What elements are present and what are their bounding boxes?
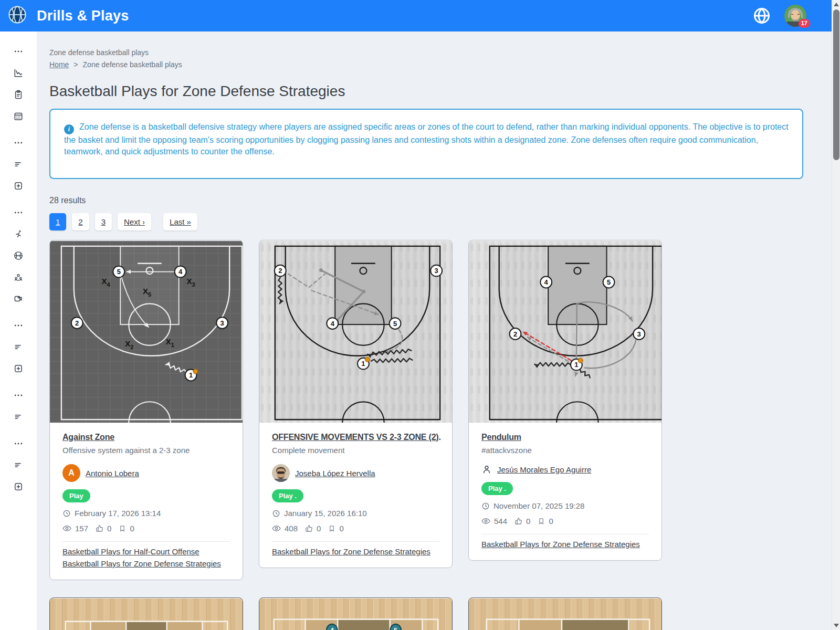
- play-card: X4X3X5X2X154231Against ZoneOffensive sys…: [49, 240, 243, 580]
- svg-text:3: 3: [220, 319, 224, 327]
- badge-row: Play: [62, 489, 230, 502]
- play-diagram-thumbnail[interactable]: 45: [259, 598, 452, 630]
- likes-count: 0: [107, 524, 111, 533]
- svg-text:2: 2: [75, 319, 79, 327]
- info-icon: i: [64, 124, 74, 134]
- card-title-row: OFFENSIVE MOVEMENTS VS 2-3 ZONE (2).: [272, 433, 439, 442]
- sidebar-item-ellipsis-13[interactable]: [0, 320, 37, 331]
- play-diagram-thumbnail[interactable]: X4X3X5X2X154231: [50, 240, 243, 423]
- card-title-row: Pendulum: [481, 433, 649, 442]
- views-count: 157: [75, 524, 88, 533]
- author-link[interactable]: Joseba López Hervella: [295, 469, 375, 478]
- badge-row: Play .: [272, 489, 439, 502]
- sidebar-item-chart-2[interactable]: [0, 68, 37, 78]
- svg-text:5: 5: [393, 320, 397, 328]
- basketball-logo-icon[interactable]: [7, 5, 27, 27]
- author-link[interactable]: Antonio Lobera: [86, 469, 139, 478]
- court-diagram: 45: [259, 598, 452, 630]
- play-subtitle: Complete movement: [272, 446, 439, 455]
- card-divider: [62, 541, 230, 542]
- scrollbar-up-arrow[interactable]: [834, 3, 839, 6]
- filter-icon: [13, 412, 24, 422]
- play-type-badge: Play: [62, 489, 90, 502]
- sidebar-item-filter-6[interactable]: [0, 159, 37, 170]
- play-date: February 17, 2026 13:14: [75, 509, 161, 518]
- pagination-page-1[interactable]: 1: [49, 213, 66, 230]
- sidebar-item-runner-9[interactable]: [0, 229, 37, 239]
- sidebar-item-ellipsis-16[interactable]: [0, 390, 37, 401]
- language-globe-icon[interactable]: [753, 7, 771, 25]
- svg-text:1: 1: [189, 371, 193, 379]
- sidebar-item-video-12[interactable]: [0, 293, 37, 304]
- bookmark-icon: [328, 525, 335, 532]
- scrollbar-thumb[interactable]: [833, 9, 839, 160]
- category-link[interactable]: Basketball Plays for Zone Defense Strate…: [62, 559, 230, 568]
- breadcrumb-current: Zone defense basketball plays: [83, 60, 182, 69]
- author-link[interactable]: Jesús Morales Ego Aguirre: [497, 465, 591, 474]
- sidebar: [0, 32, 37, 630]
- svg-text:4: 4: [331, 320, 335, 328]
- sidebar-item-ellipsis-8[interactable]: [0, 207, 37, 218]
- sidebar-item-calendar-4[interactable]: [0, 111, 37, 121]
- category-link[interactable]: Basketball Plays for Zone Defense Strate…: [481, 540, 649, 549]
- author-row: Jesús Morales Ego Aguirre: [481, 464, 649, 475]
- app-title: Drills & Plays: [37, 8, 129, 24]
- card-title-row: Against Zone: [62, 433, 230, 442]
- play-title-link[interactable]: Pendulum: [481, 433, 521, 442]
- play-diagram-thumbnail[interactable]: 23451: [259, 240, 452, 423]
- svg-text:1: 1: [574, 361, 578, 369]
- clock-icon: [272, 509, 280, 518]
- thumbs-up-icon: [96, 524, 103, 532]
- play-diagram-thumbnail[interactable]: [50, 598, 243, 630]
- play-card-partial: [49, 597, 243, 630]
- date-row: January 15, 2026 16:10: [272, 509, 439, 518]
- stats-row: 15700: [62, 524, 230, 533]
- sidebar-item-ellipsis-1[interactable]: [0, 46, 37, 57]
- ellipsis-icon: [13, 46, 24, 57]
- category-links: Basketball Plays for Half-Court OffenseB…: [62, 547, 230, 568]
- card-body: Against ZoneOffensive system against a 2…: [50, 423, 243, 580]
- info-text: Zone defense is a basketball defensive s…: [64, 122, 789, 156]
- play-title-link[interactable]: OFFENSIVE MOVEMENTS VS 2-3 ZONE (2): [272, 433, 439, 442]
- sidebar-item-filter-14[interactable]: [0, 342, 37, 352]
- sidebar-item-clipboard-3[interactable]: [0, 89, 37, 100]
- play-title-link[interactable]: Against Zone: [62, 433, 114, 442]
- author-row: Joseba López Hervella: [272, 464, 439, 482]
- sidebar-item-ellipsis-18[interactable]: [0, 438, 37, 449]
- play-diagram-thumbnail[interactable]: [469, 598, 662, 630]
- chart-icon: [13, 68, 24, 78]
- svg-text:5: 5: [394, 626, 397, 630]
- pagination-page-3[interactable]: 3: [95, 213, 112, 230]
- sidebar-item-people-11[interactable]: [0, 272, 37, 282]
- pagination-next[interactable]: Next ›: [118, 213, 151, 230]
- sidebar-item-plus-15[interactable]: [0, 363, 37, 374]
- filter-icon: [13, 159, 24, 170]
- sidebar-item-filter-17[interactable]: [0, 412, 37, 422]
- sidebar-item-plus-7[interactable]: [0, 181, 37, 191]
- sidebar-item-ellipsis-5[interactable]: [0, 138, 37, 148]
- bookmarks-count: 0: [549, 517, 553, 526]
- category-link[interactable]: Basketball Plays for Half-Court Offense: [62, 547, 230, 556]
- pagination-page-2[interactable]: 2: [72, 213, 89, 230]
- play-subtitle: #attackvszone: [481, 446, 649, 455]
- author-avatar: A: [62, 464, 80, 482]
- play-card-partial: [468, 597, 662, 630]
- scrollbar-down-arrow[interactable]: [834, 624, 839, 627]
- play-diagram-thumbnail[interactable]: 45231: [469, 240, 662, 423]
- scrollbar[interactable]: [832, 0, 840, 630]
- sidebar-item-basketball-10[interactable]: [0, 250, 37, 261]
- date-row: February 17, 2026 13:14: [62, 509, 230, 518]
- user-avatar[interactable]: 17: [784, 5, 806, 27]
- sidebar-item-plus-20[interactable]: [0, 481, 37, 492]
- svg-text:5: 5: [607, 278, 611, 286]
- play-type-badge: Play .: [272, 489, 303, 502]
- sidebar-item-filter-19[interactable]: [0, 460, 37, 470]
- likes-count: 0: [526, 517, 530, 526]
- breadcrumb-home-link[interactable]: Home: [49, 60, 69, 69]
- stats-row: 54400: [481, 517, 649, 526]
- breadcrumb-separator: >: [74, 60, 78, 69]
- category-link[interactable]: Basketball Plays for Zone Defense Strate…: [272, 547, 439, 556]
- card-divider: [481, 534, 649, 534]
- pagination-last[interactable]: Last »: [163, 213, 197, 230]
- clock-icon: [62, 509, 71, 518]
